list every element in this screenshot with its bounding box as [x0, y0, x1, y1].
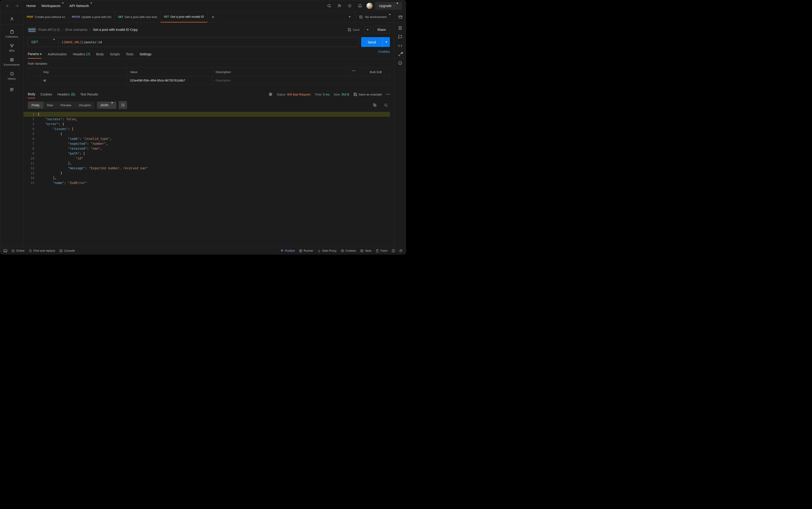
invite-icon[interactable]: [335, 2, 344, 10]
avatar[interactable]: [366, 3, 373, 9]
comments-icon[interactable]: [398, 35, 402, 39]
nav-environments[interactable]: Environments: [3, 55, 21, 68]
param-value[interactable]: 315e406f-f59c-4f84-95cb-98755761b8b7: [127, 76, 213, 84]
svg-point-32: [341, 249, 344, 252]
svg-rect-36: [361, 249, 363, 252]
nav-apis[interactable]: APIs: [3, 41, 21, 55]
col-key: Key: [41, 68, 127, 76]
more-icon[interactable]: [386, 94, 390, 95]
footer-find-replace[interactable]: Find and replace: [29, 249, 55, 252]
tab-headers[interactable]: Headers (7): [73, 50, 90, 58]
svg-point-6: [11, 46, 12, 47]
footer-online[interactable]: Online: [11, 249, 25, 252]
send-button[interactable]: Send: [361, 37, 382, 47]
search-response-icon[interactable]: [382, 101, 390, 109]
tab-scripts[interactable]: Scripts: [110, 50, 120, 58]
nav-label: APIs: [9, 49, 14, 52]
active-dot-icon: [40, 53, 41, 55]
search-icon[interactable]: [325, 2, 333, 10]
time-value: 5 ms: [323, 93, 330, 96]
col-description: Description: [213, 68, 349, 76]
view-preview[interactable]: Preview: [57, 102, 75, 109]
footer-proxy[interactable]: Start Proxy: [318, 249, 336, 252]
tab-tests[interactable]: Tests: [126, 50, 134, 58]
resp-tab-test-results[interactable]: Test Results: [80, 91, 98, 98]
bulk-edit-button[interactable]: Bulk Edit: [362, 68, 390, 76]
workspaces-menu[interactable]: Workspaces: [41, 4, 64, 8]
tab-authorization[interactable]: Authorization: [47, 50, 67, 58]
param-key[interactable]: id: [41, 76, 127, 84]
svg-rect-30: [60, 249, 62, 252]
svg-point-34: [343, 250, 343, 250]
tab-1[interactable]: PATCH Update a post with lon: [69, 11, 115, 23]
footer-runner[interactable]: Runner: [299, 249, 313, 252]
view-pretty[interactable]: Pretty: [28, 102, 43, 109]
code-icon[interactable]: [398, 44, 402, 48]
save-dropdown[interactable]: [364, 26, 371, 33]
tab-3[interactable]: GET Get a post with invalid ID: [161, 11, 207, 23]
footer-trash[interactable]: Trash: [376, 249, 388, 252]
env-quicklook-icon[interactable]: [395, 11, 406, 23]
share-button[interactable]: Share: [373, 26, 390, 33]
footer-console[interactable]: Console: [59, 249, 75, 252]
send-dropdown[interactable]: [382, 37, 390, 47]
settings-icon[interactable]: [346, 2, 354, 10]
footer-layout-icon[interactable]: [392, 249, 395, 252]
expand-icon[interactable]: [398, 53, 402, 56]
save-example-button[interactable]: Save as example: [353, 93, 382, 96]
svg-point-2: [349, 5, 350, 6]
tab-2[interactable]: GET Get a post with non-exis: [115, 11, 161, 23]
resp-tab-body[interactable]: Body: [28, 90, 35, 98]
new-tab-button[interactable]: [207, 11, 219, 23]
api-network-menu[interactable]: API Network: [69, 4, 92, 8]
right-dock: [394, 23, 406, 247]
view-raw[interactable]: Raw: [43, 102, 57, 109]
view-visualize[interactable]: Visualize: [75, 102, 95, 109]
tab-params[interactable]: Params: [28, 50, 41, 59]
tab-0[interactable]: POST Create post without co: [24, 11, 69, 23]
method-selector[interactable]: GET: [28, 37, 58, 47]
home-link[interactable]: Home: [26, 4, 36, 8]
chevron-down-icon: [111, 103, 113, 107]
nav-collections[interactable]: Collections: [3, 27, 21, 40]
globe-icon[interactable]: [269, 93, 272, 96]
url-input[interactable]: {{BASE_URL}}/posts/:id: [58, 37, 359, 47]
resp-tab-cookies[interactable]: Cookies: [40, 91, 52, 98]
tab-body[interactable]: Body: [96, 50, 104, 58]
footer-postbot[interactable]: Postbot: [280, 249, 295, 252]
forward-arrow-icon[interactable]: [13, 2, 21, 9]
tabs-dropdown[interactable]: [344, 11, 355, 23]
environments-icon: [10, 58, 14, 62]
documentation-icon[interactable]: [398, 26, 402, 30]
nav-label: Environments: [4, 63, 20, 66]
tab-settings[interactable]: Settings: [139, 50, 151, 58]
footer-help-icon[interactable]: [399, 249, 402, 252]
response-body[interactable]: 1{2 "success": false,3 "error": {4 "issu…: [24, 112, 394, 247]
format-selector[interactable]: JSON: [97, 102, 116, 109]
footer-cookies[interactable]: Cookies: [341, 249, 356, 252]
info-icon[interactable]: [398, 61, 402, 65]
footer-panel-icon[interactable]: [3, 249, 7, 252]
nav-label: Collections: [6, 35, 18, 38]
upgrade-button[interactable]: Upgrade: [375, 2, 402, 10]
api-network-label: API Network: [69, 4, 89, 8]
nav-history[interactable]: History: [3, 69, 21, 82]
col-value: Value: [127, 68, 213, 76]
crumb-collection[interactable]: Posts API (v.2): [38, 28, 60, 32]
footer-vault[interactable]: Vault: [360, 249, 371, 252]
save-button[interactable]: Save: [345, 26, 362, 33]
col-more-icon[interactable]: [349, 68, 362, 76]
workspace-person-icon[interactable]: [8, 15, 16, 23]
status-bar: Online Find and replace Console Postbot …: [0, 247, 406, 254]
back-arrow-icon[interactable]: [4, 2, 11, 9]
cookies-link[interactable]: Cookies: [378, 50, 390, 58]
wrap-lines-icon[interactable]: [119, 101, 127, 109]
notifications-icon[interactable]: [356, 2, 364, 10]
environment-selector[interactable]: No environment: [355, 11, 395, 23]
copy-icon[interactable]: [371, 101, 379, 109]
param-description[interactable]: Description: [213, 76, 390, 84]
save-icon: [353, 93, 357, 96]
resp-tab-headers[interactable]: Headers (5): [58, 91, 75, 98]
nav-add-sidebar[interactable]: [3, 87, 21, 93]
crumb-folder[interactable]: Error scenarios: [65, 28, 88, 32]
